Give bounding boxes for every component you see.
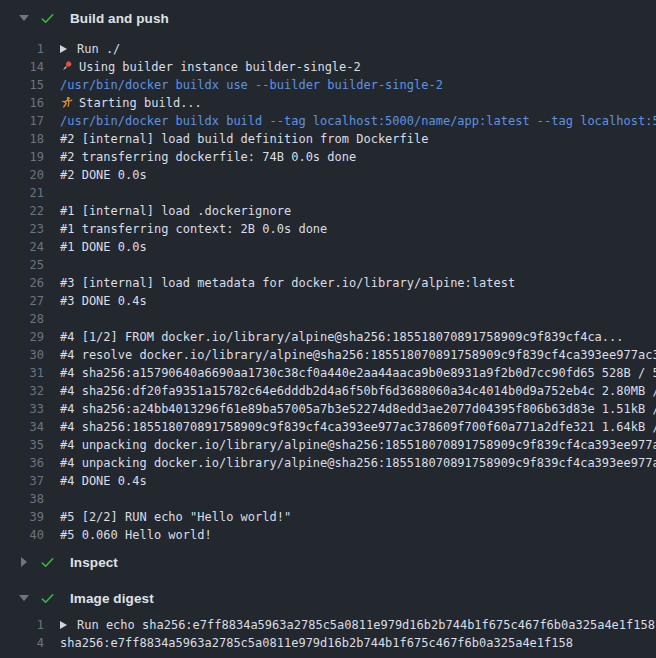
line-number[interactable]: 31	[0, 364, 44, 382]
workflow-log-viewer: Build and push 1Run ./14Using builder in…	[0, 0, 656, 658]
line-number[interactable]: 35	[0, 436, 44, 454]
log-line: 19#2 transferring dockerfile: 74B 0.0s d…	[0, 148, 656, 166]
line-number[interactable]: 30	[0, 346, 44, 364]
log-line: 37#4 DONE 0.4s	[0, 472, 656, 490]
log-line: 1Run ./	[0, 40, 656, 58]
log-text: #5 0.060 Hello world!	[60, 528, 212, 542]
log-text: #4 sha256:185518070891758909c9f839cf4ca3…	[60, 420, 656, 434]
log-text: #1 transferring context: 2B 0.0s done	[60, 222, 327, 236]
log-line: 33#4 sha256:a24bb4013296f61e89ba57005a7b…	[0, 400, 656, 418]
log-line: 35#4 unpacking docker.io/library/alpine@…	[0, 436, 656, 454]
log-line: 15/usr/bin/docker buildx use --builder b…	[0, 76, 656, 94]
log-line: 30#4 resolve docker.io/library/alpine@sh…	[0, 346, 656, 364]
log-line: 17/usr/bin/docker buildx build --tag loc…	[0, 112, 656, 130]
log-text: #4 resolve docker.io/library/alpine@sha2…	[60, 348, 656, 362]
log-text: #4 sha256:a24bb4013296f61e89ba57005a7b3e…	[60, 402, 656, 416]
log-text: #3 [internal] load metadata for docker.i…	[60, 276, 515, 290]
section-header-inspect[interactable]: Inspect	[0, 544, 656, 580]
log-line: 22#1 [internal] load .dockerignore	[0, 202, 656, 220]
log-text: #5 [2/2] RUN echo "Hello world!"	[60, 510, 291, 524]
line-number[interactable]: 22	[0, 202, 44, 220]
log-line: 40#5 0.060 Hello world!	[0, 526, 656, 544]
log-line: 23#1 transferring context: 2B 0.0s done	[0, 220, 656, 238]
log-text: #2 [internal] load build definition from…	[60, 132, 428, 146]
line-number[interactable]: 17	[0, 112, 44, 130]
line-number[interactable]: 28	[0, 310, 44, 328]
log-text: #4 unpacking docker.io/library/alpine@sh…	[60, 456, 656, 470]
log-text: Run ./	[77, 42, 120, 56]
log-text: #3 DONE 0.4s	[60, 294, 147, 308]
line-number[interactable]: 27	[0, 292, 44, 310]
success-check-icon	[40, 591, 55, 606]
log-block: 1Run ./14Using builder instance builder-…	[0, 36, 656, 544]
log-text: Starting build...	[79, 96, 202, 110]
chevron-right-icon[interactable]	[17, 557, 31, 567]
log-text: sha256:e7ff8834a5963a2785c5a0811e979d16b…	[60, 636, 573, 650]
play-icon[interactable]	[60, 42, 77, 56]
log-text: #4 sha256:a15790640a6690aa1730c38cf0a440…	[60, 366, 656, 380]
log-text: #1 DONE 0.0s	[60, 240, 147, 254]
line-number[interactable]: 1	[0, 40, 44, 58]
line-number[interactable]: 21	[0, 184, 44, 202]
line-number[interactable]: 1	[0, 616, 44, 634]
line-number[interactable]: 26	[0, 274, 44, 292]
line-number[interactable]: 38	[0, 490, 44, 508]
log-text: #4 sha256:df20fa9351a15782c64e6dddb2d4a6…	[60, 384, 656, 398]
line-number[interactable]: 18	[0, 130, 44, 148]
log-line: 14Using builder instance builder-single-…	[0, 58, 656, 76]
chevron-down-icon[interactable]	[17, 595, 31, 601]
log-line: 38	[0, 490, 656, 508]
line-number[interactable]: 24	[0, 238, 44, 256]
line-number[interactable]: 25	[0, 256, 44, 274]
log-text: #4 [1/2] FROM docker.io/library/alpine@s…	[60, 330, 624, 344]
section-header-image-digest[interactable]: Image digest	[0, 580, 656, 616]
log-text: #2 DONE 0.0s	[60, 168, 147, 182]
log-line: 25	[0, 256, 656, 274]
log-line: 28	[0, 310, 656, 328]
line-number[interactable]: 34	[0, 418, 44, 436]
log-text: #4 DONE 0.4s	[60, 474, 147, 488]
log-text: #2 transferring dockerfile: 74B 0.0s don…	[60, 150, 356, 164]
play-icon[interactable]	[60, 618, 77, 632]
log-line: 1Run echo sha256:e7ff8834a5963a2785c5a08…	[0, 616, 656, 634]
line-number[interactable]: 19	[0, 148, 44, 166]
log-line: 24#1 DONE 0.0s	[0, 238, 656, 256]
log-line: 4sha256:e7ff8834a5963a2785c5a0811e979d16…	[0, 634, 656, 652]
log-line: 18#2 [internal] load build definition fr…	[0, 130, 656, 148]
line-number[interactable]: 39	[0, 508, 44, 526]
chevron-down-icon[interactable]	[17, 15, 31, 21]
success-check-icon	[40, 11, 55, 26]
log-line: 32#4 sha256:df20fa9351a15782c64e6dddb2d4…	[0, 382, 656, 400]
log-line: 39#5 [2/2] RUN echo "Hello world!"	[0, 508, 656, 526]
log-text: #4 unpacking docker.io/library/alpine@sh…	[60, 438, 656, 452]
log-text: /usr/bin/docker buildx use --builder bui…	[60, 78, 443, 92]
line-number[interactable]: 32	[0, 382, 44, 400]
log-line: 20#2 DONE 0.0s	[0, 166, 656, 184]
line-number[interactable]: 40	[0, 526, 44, 544]
line-number[interactable]: 36	[0, 454, 44, 472]
log-line: 34#4 sha256:185518070891758909c9f839cf4c…	[0, 418, 656, 436]
log-line: 16Starting build...	[0, 94, 656, 112]
log-text: #1 [internal] load .dockerignore	[60, 204, 291, 218]
line-number[interactable]: 37	[0, 472, 44, 490]
line-number[interactable]: 33	[0, 400, 44, 418]
section-title[interactable]: Image digest	[70, 591, 154, 606]
log-line: 31#4 sha256:a15790640a6690aa1730c38cf0a4…	[0, 364, 656, 382]
log-line: 29#4 [1/2] FROM docker.io/library/alpine…	[0, 328, 656, 346]
line-number[interactable]: 29	[0, 328, 44, 346]
section-title[interactable]: Inspect	[70, 555, 118, 570]
section-header-build-and-push[interactable]: Build and push	[0, 0, 656, 36]
log-line: 27#3 DONE 0.4s	[0, 292, 656, 310]
success-check-icon	[40, 555, 55, 570]
log-line: 36#4 unpacking docker.io/library/alpine@…	[0, 454, 656, 472]
line-number[interactable]: 20	[0, 166, 44, 184]
line-number[interactable]: 23	[0, 220, 44, 238]
log-section-inspect: Inspect	[0, 544, 656, 580]
line-number[interactable]: 16	[0, 94, 44, 112]
line-number[interactable]: 14	[0, 58, 44, 76]
section-title[interactable]: Build and push	[70, 11, 169, 26]
line-number[interactable]: 4	[0, 634, 44, 652]
line-number[interactable]: 15	[0, 76, 44, 94]
log-section-image-digest: Image digest 1Run echo sha256:e7ff8834a5…	[0, 580, 656, 652]
log-section-build-and-push: Build and push 1Run ./14Using builder in…	[0, 0, 656, 544]
